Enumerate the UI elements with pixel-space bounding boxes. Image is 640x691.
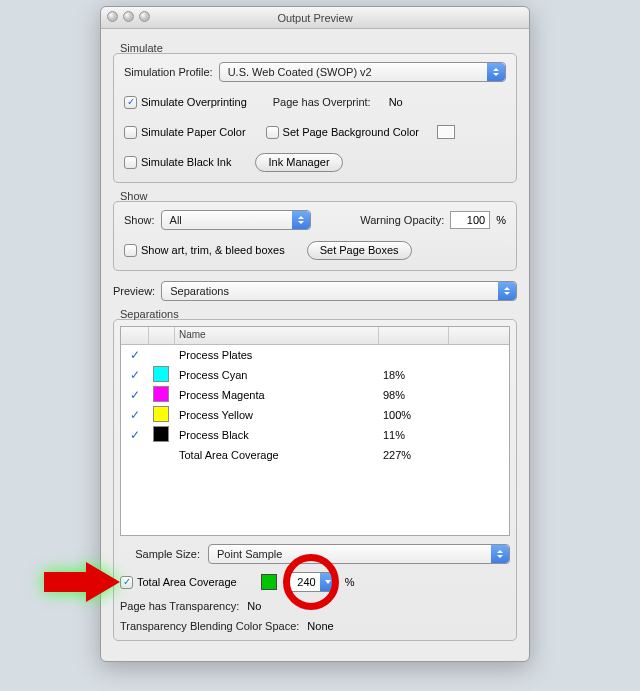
table-row: ✓Process Black11% [121,425,509,445]
separations-legend: Separations [120,308,179,320]
simulate-overprinting-checkbox[interactable]: ✓ Simulate Overprinting [124,96,247,109]
show-legend: Show [120,190,148,202]
show-value: All [170,214,182,226]
tac-input[interactable] [286,573,320,591]
sample-size-label: Sample Size: [120,548,200,560]
simulate-legend: Simulate [120,42,163,54]
table-row: Total Area Coverage227% [121,445,509,465]
chevron-updown-icon [487,63,505,81]
ink-swatch [153,406,169,422]
visibility-toggle-icon[interactable]: ✓ [125,368,145,382]
preview-value: Separations [170,285,229,297]
warning-opacity-unit: % [496,214,506,226]
separation-percent: 98% [379,389,449,401]
checkbox-unchecked-icon [124,126,137,139]
separation-name: Total Area Coverage [175,449,379,461]
titlebar: Output Preview [101,7,529,29]
tac-unit: % [345,576,355,588]
zoom-icon[interactable] [139,11,150,22]
tac-color-swatch[interactable] [261,574,277,590]
show-dropdown[interactable]: All [161,210,311,230]
separation-name: Process Black [175,429,379,441]
separations-header-name: Name [175,327,379,344]
show-group: Show Show: All Warning Opacity: % Show a… [113,201,517,271]
separation-name: Process Cyan [175,369,379,381]
visibility-toggle-icon[interactable]: ✓ [125,408,145,422]
warning-opacity-input[interactable] [450,211,490,229]
preview-dropdown[interactable]: Separations [161,281,517,301]
bg-color-swatch[interactable] [437,125,455,139]
table-row: ✓Process Magenta98% [121,385,509,405]
simulate-overprinting-label: Simulate Overprinting [141,96,247,108]
chevron-updown-icon [498,282,516,300]
page-transparency-label: Page has Transparency: [120,600,239,612]
simulation-profile-label: Simulation Profile: [124,66,213,78]
page-transparency-value: No [247,600,261,612]
checkbox-unchecked-icon [124,156,137,169]
chevron-updown-icon [491,545,509,563]
ink-swatch [153,386,169,402]
sample-size-dropdown[interactable]: Point Sample [208,544,510,564]
checkbox-unchecked-icon [266,126,279,139]
simulation-profile-dropdown[interactable]: U.S. Web Coated (SWOP) v2 [219,62,506,82]
separation-percent: 18% [379,369,449,381]
simulate-paper-color-checkbox[interactable]: Simulate Paper Color [124,126,246,139]
separation-percent: 11% [379,429,449,441]
table-row: ✓Process Cyan18% [121,365,509,385]
window-title: Output Preview [101,7,529,29]
separations-table: Name ✓Process Plates✓Process Cyan18%✓Pro… [120,326,510,536]
minimize-icon[interactable] [123,11,134,22]
blend-space-label: Transparency Blending Color Space: [120,620,299,632]
table-row: ✓Process Yellow100% [121,405,509,425]
output-preview-window: Output Preview Simulate Simulation Profi… [100,6,530,662]
separation-percent: 227% [379,449,449,461]
tac-spinner[interactable] [285,572,337,592]
separation-percent: 100% [379,409,449,421]
chevron-down-icon[interactable] [320,573,336,591]
simulate-paper-color-label: Simulate Paper Color [141,126,246,138]
separations-group: Separations Name ✓Process Plates✓Process… [113,319,517,641]
page-has-overprint-value: No [389,96,403,108]
checkbox-checked-icon: ✓ [124,96,137,109]
separation-name: Process Plates [175,349,379,361]
page-has-overprint-label: Page has Overprint: [273,96,371,108]
blend-space-value: None [307,620,333,632]
set-bg-color-checkbox[interactable]: Set Page Background Color [266,126,419,139]
separation-name: Process Yellow [175,409,379,421]
show-boxes-label: Show art, trim, & bleed boxes [141,244,285,256]
ink-swatch [153,426,169,442]
checkbox-unchecked-icon [124,244,137,257]
sample-size-value: Point Sample [217,548,282,560]
simulate-black-ink-label: Simulate Black Ink [141,156,231,168]
ink-manager-label: Ink Manager [268,156,329,168]
show-boxes-checkbox[interactable]: Show art, trim, & bleed boxes [124,244,285,257]
preview-label: Preview: [113,285,155,297]
total-area-coverage-label: Total Area Coverage [137,576,237,588]
table-row: ✓Process Plates [121,345,509,365]
simulation-profile-value: U.S. Web Coated (SWOP) v2 [228,66,372,78]
simulate-group: Simulate Simulation Profile: U.S. Web Co… [113,53,517,183]
chevron-updown-icon [292,211,310,229]
total-area-coverage-checkbox[interactable]: ✓ Total Area Coverage [120,576,237,589]
visibility-toggle-icon[interactable]: ✓ [125,388,145,402]
set-page-boxes-label: Set Page Boxes [320,244,399,256]
ink-manager-button[interactable]: Ink Manager [255,153,342,172]
simulate-black-ink-checkbox[interactable]: Simulate Black Ink [124,156,231,169]
close-icon[interactable] [107,11,118,22]
warning-opacity-label: Warning Opacity: [360,214,444,226]
separation-name: Process Magenta [175,389,379,401]
visibility-toggle-icon[interactable]: ✓ [125,428,145,442]
set-page-boxes-button[interactable]: Set Page Boxes [307,241,412,260]
visibility-toggle-icon[interactable]: ✓ [125,348,145,362]
ink-swatch [153,366,169,382]
set-bg-color-label: Set Page Background Color [283,126,419,138]
checkbox-checked-icon: ✓ [120,576,133,589]
show-label: Show: [124,214,155,226]
